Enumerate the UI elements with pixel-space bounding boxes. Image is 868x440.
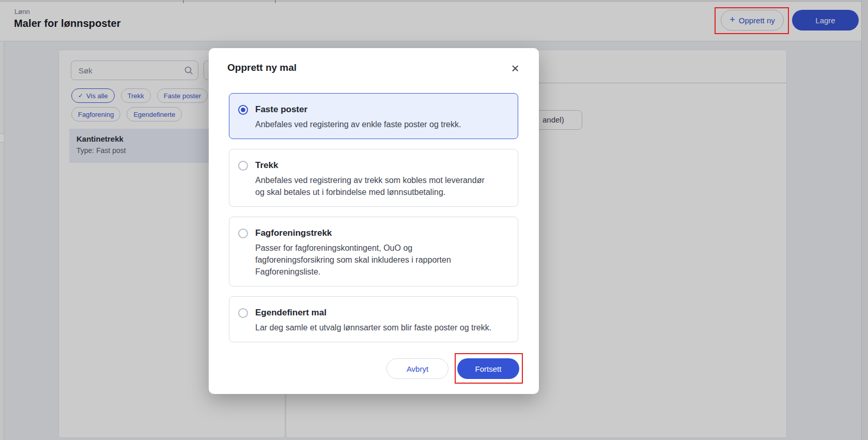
option-egendefinert-mal[interactable]: Egendefinert malLar deg samle et utvalg … xyxy=(229,296,518,342)
option-description: Anbefales ved registrering av trekk som … xyxy=(255,174,507,198)
option-description: Passer for fagforeningskontingent, OuO o… xyxy=(255,242,507,278)
option-title: Faste poster xyxy=(255,103,507,116)
modal-title: Opprett ny mal xyxy=(227,62,297,73)
option-description: Lar deg samle et utvalg lønnsarter som b… xyxy=(255,322,507,333)
option-description: Anbefales ved registering av enkle faste… xyxy=(255,118,507,130)
option-faste-poster[interactable]: Faste posterAnbefales ved registering av… xyxy=(229,93,518,139)
radio-egendefinert-mal[interactable] xyxy=(238,308,248,318)
option-title: Trekk xyxy=(255,159,507,172)
radio-fagforeningstrekk[interactable] xyxy=(238,229,248,238)
radio-trekk[interactable] xyxy=(238,161,248,171)
continue-button[interactable]: Fortsett xyxy=(457,358,519,379)
create-template-modal: Opprett ny mal × Faste posterAnbefales v… xyxy=(209,48,539,394)
modal-options: Faste posterAnbefales ved registering av… xyxy=(229,93,518,342)
option-title: Egendefinert mal xyxy=(255,307,507,319)
option-trekk[interactable]: TrekkAnbefales ved registrering av trekk… xyxy=(229,149,518,207)
option-title: Fagforeningstrekk xyxy=(255,227,507,239)
cancel-button[interactable]: Avbryt xyxy=(386,358,448,379)
radio-faste-poster[interactable] xyxy=(238,105,248,115)
close-icon[interactable]: × xyxy=(506,59,524,77)
option-fagforeningstrekk[interactable]: FagforeningstrekkPasser for fagforenings… xyxy=(229,217,518,286)
